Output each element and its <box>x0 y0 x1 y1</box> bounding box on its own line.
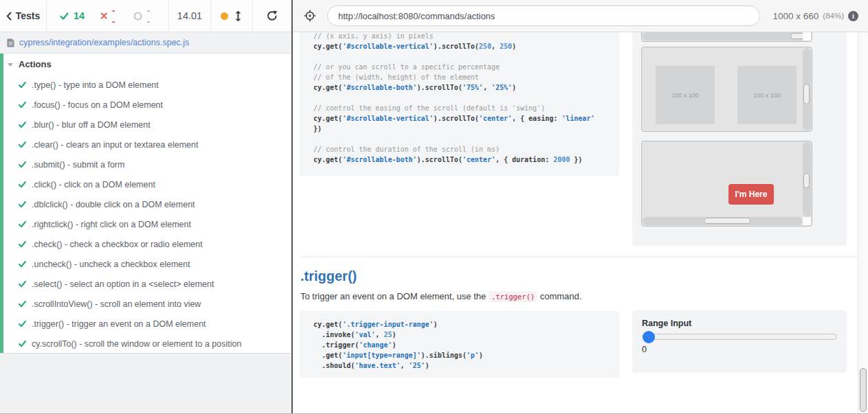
test-label: .uncheck() - uncheck a checkbox element <box>32 260 190 269</box>
range-input-slider[interactable] <box>642 334 837 340</box>
scrollable-vertical-box: 100 x 100 100 x 100 <box>641 47 812 132</box>
test-label: .submit() - submit a form <box>32 160 124 170</box>
test-label: .scrollIntoView() - scroll an element in… <box>32 299 201 309</box>
viewport-info: 1000 x 660 (84%) i <box>773 11 862 21</box>
test-item[interactable]: .type() - type into a DOM element <box>0 75 291 95</box>
test-passed-icon <box>18 339 27 348</box>
browser-header: 1000 x 660 (84%) i <box>293 0 868 32</box>
url-input[interactable] <box>327 5 760 26</box>
test-item[interactable]: .click() - click on a DOM element <box>0 174 291 194</box>
up-down-arrow-icon <box>234 10 242 22</box>
test-label: .trigger() - trigger an event on a DOM e… <box>32 319 206 329</box>
scroll-demo-panel: 100 x 100 100 x 100 I'm Here <box>632 32 847 246</box>
refresh-icon <box>266 10 278 22</box>
slider-thumb[interactable] <box>643 331 655 343</box>
test-item[interactable]: .rightclick() - right click on a DOM ele… <box>0 214 291 234</box>
browser-pane: 1000 x 660 (84%) i // (x axis, y axis) i… <box>291 0 868 414</box>
scrollbar-corner <box>803 32 811 41</box>
range-value: 0 <box>642 345 837 354</box>
circle-icon <box>133 11 142 21</box>
test-label: .dblclick() - double click on a DOM elem… <box>32 200 195 209</box>
scrollbar-corner <box>803 217 811 225</box>
test-item[interactable]: .check() - check a checkbox or radio ele… <box>0 234 291 254</box>
trigger-code-block: cy.get('.trigger-input-range') .invoke('… <box>300 311 619 378</box>
range-demo-panel: Range Input 0 <box>632 310 847 373</box>
caret-down-icon <box>8 63 13 67</box>
reporter-sidebar: Tests 14 -- -- 14.01 <box>0 0 291 414</box>
spec-file-bar: cypress/integration/examples/actions.spe… <box>0 32 291 54</box>
selector-playground-button[interactable] <box>302 8 318 23</box>
pending-count: -- <box>146 5 153 27</box>
suite-title: Actions <box>19 59 52 69</box>
inline-code-trigger: .trigger() <box>489 291 537 302</box>
back-to-tests-button[interactable]: Tests <box>0 0 47 32</box>
test-label: .rightclick() - right click on a DOM ele… <box>32 220 191 229</box>
scrollable-both-box: I'm Here <box>641 141 812 227</box>
placeholder-image: 100 x 100 <box>656 66 715 124</box>
test-passed-icon <box>18 100 27 109</box>
test-item[interactable]: .clear() - clears an input or textarea e… <box>0 135 291 154</box>
horizontal-scrollbar[interactable] <box>643 217 803 225</box>
scrollbar-thumb[interactable] <box>803 173 810 188</box>
test-passed-icon <box>18 80 27 89</box>
test-passed-icon <box>18 160 27 169</box>
info-icon[interactable]: i <box>848 11 858 21</box>
x-icon <box>100 12 108 20</box>
test-item[interactable]: .submit() - submit a form <box>0 154 291 174</box>
autoscroll-controls <box>211 0 253 32</box>
range-input-label: Range Input <box>642 319 837 328</box>
test-passed-icon <box>18 240 27 249</box>
test-label: cy.scrollTo() - scroll the window or ele… <box>32 339 241 349</box>
reporter-footer-area <box>0 354 291 413</box>
test-item[interactable]: .scrollIntoView() - scroll an element in… <box>0 294 291 314</box>
check-icon <box>59 11 69 21</box>
reporter-header: Tests 14 -- -- 14.01 <box>0 0 291 32</box>
test-item[interactable]: cy.scrollTo() - scroll the window or ele… <box>0 334 291 354</box>
cypress-test-runner: Tests 14 -- -- 14.01 <box>0 0 868 414</box>
spec-path-link[interactable]: cypress/integration/examples/actions.spe… <box>19 38 189 47</box>
runnables-list: Actions .type() - type into a DOM elemen… <box>0 54 291 354</box>
chevron-left-icon <box>6 12 12 21</box>
run-duration: 14.01 <box>169 0 211 32</box>
test-passed-icon <box>18 279 27 288</box>
test-passed-icon <box>18 120 27 129</box>
test-item[interactable]: .focus() - focus on a DOM element <box>0 95 291 115</box>
horizontal-scrollbar[interactable] <box>643 32 811 41</box>
refresh-segment <box>253 0 291 32</box>
page-scrollbar[interactable] <box>858 32 868 414</box>
stat-failed: -- <box>100 5 118 27</box>
failed-count: -- <box>112 5 118 27</box>
scrollto-code-block: // (x axis, y axis) in pixelscy.get('#sc… <box>300 32 619 176</box>
viewport-size: 1000 x 660 <box>773 11 819 21</box>
test-passed-icon <box>18 200 27 209</box>
test-item[interactable]: .dblclick() - double click on a DOM elem… <box>0 194 291 214</box>
scrollbar-thumb[interactable] <box>704 218 750 224</box>
test-passed-icon <box>18 140 27 149</box>
vertical-scrollbar[interactable] <box>803 48 811 130</box>
stat-passed: 14 <box>59 10 85 21</box>
suite-pass-indicator-bar <box>0 54 3 353</box>
scrollbar-thumb[interactable] <box>803 84 810 104</box>
passed-count: 14 <box>74 10 85 21</box>
trigger-section-description: To trigger an event on a DOM element, us… <box>300 291 581 301</box>
test-label: .clear() - clears an input or textarea e… <box>32 140 198 150</box>
test-item[interactable]: .trigger() - trigger an event on a DOM e… <box>0 314 291 334</box>
suite-actions[interactable]: Actions <box>0 54 291 75</box>
page-scrollbar-thumb[interactable] <box>860 368 867 412</box>
tests-label: Tests <box>16 10 41 21</box>
test-item[interactable]: .uncheck() - uncheck a checkbox element <box>0 254 291 274</box>
scrollable-horizontal-box <box>641 32 812 42</box>
test-label: .type() - type into a DOM element <box>32 80 159 90</box>
stat-pending: -- <box>133 5 153 27</box>
section-divider <box>300 257 858 257</box>
vertical-scrollbar[interactable] <box>803 142 811 217</box>
auto-scroll-toggle[interactable] <box>233 9 243 23</box>
description-text: command. <box>537 291 581 301</box>
test-item[interactable]: .select() - select an option in a <selec… <box>0 274 291 294</box>
viewport-scale: (84%) <box>823 12 844 20</box>
im-here-button[interactable]: I'm Here <box>728 184 774 205</box>
test-label: .click() - click on a DOM element <box>32 180 155 189</box>
trigger-section-heading: .trigger() <box>300 268 357 284</box>
test-item[interactable]: .blur() - blur off a DOM element <box>0 115 291 135</box>
refresh-button[interactable] <box>265 8 280 23</box>
